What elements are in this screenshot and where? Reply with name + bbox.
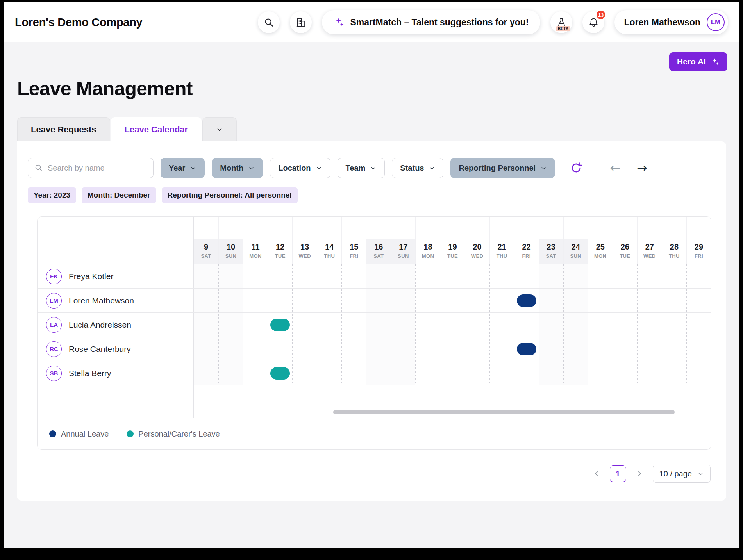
day-cell-28[interactable] (662, 361, 686, 385)
horizontal-scrollbar[interactable] (333, 410, 675, 414)
day-cell-27[interactable] (637, 313, 662, 337)
search-button[interactable] (258, 11, 280, 33)
day-cell-9[interactable] (194, 264, 218, 288)
day-cell-16[interactable] (366, 361, 391, 385)
day-cell-13[interactable] (292, 289, 317, 312)
day-cell-17[interactable] (391, 264, 415, 288)
day-cell-23[interactable] (539, 313, 563, 337)
day-cell-28[interactable] (662, 264, 686, 288)
day-cell-12[interactable] (268, 361, 292, 385)
day-cell-22[interactable] (514, 264, 539, 288)
day-cell-29[interactable] (686, 313, 711, 337)
day-cell-10[interactable] (218, 264, 243, 288)
day-cell-20[interactable] (465, 313, 489, 337)
filter-year[interactable]: Year (161, 158, 205, 178)
leave-pill-annual[interactable] (517, 294, 536, 307)
day-cell-10[interactable] (218, 313, 243, 337)
tab-more[interactable] (202, 117, 237, 141)
day-cell-18[interactable] (415, 313, 440, 337)
day-cell-18[interactable] (415, 289, 440, 312)
day-cell-13[interactable] (292, 337, 317, 361)
day-cell-12[interactable] (268, 289, 292, 312)
day-cell-29[interactable] (686, 289, 711, 312)
day-cell-14[interactable] (317, 337, 341, 361)
day-cell-10[interactable] (218, 289, 243, 312)
day-cell-27[interactable] (637, 289, 662, 312)
day-cell-21[interactable] (489, 264, 514, 288)
day-cell-19[interactable] (440, 337, 464, 361)
tab-leave-requests[interactable]: Leave Requests (17, 117, 110, 141)
day-cell-16[interactable] (366, 289, 391, 312)
filter-team[interactable]: Team (338, 158, 385, 178)
day-cell-20[interactable] (465, 264, 489, 288)
day-cell-22[interactable] (514, 337, 539, 361)
day-cell-13[interactable] (292, 264, 317, 288)
day-cell-17[interactable] (391, 337, 415, 361)
day-cell-11[interactable] (243, 361, 268, 385)
day-cell-17[interactable] (391, 289, 415, 312)
filter-reporting-personnel[interactable]: Reporting Personnel (450, 158, 555, 178)
day-cell-28[interactable] (662, 313, 686, 337)
day-cell-24[interactable] (563, 289, 588, 312)
day-cell-25[interactable] (588, 264, 613, 288)
day-cell-15[interactable] (341, 361, 366, 385)
day-cell-11[interactable] (243, 289, 268, 312)
day-cell-13[interactable] (292, 313, 317, 337)
tab-leave-calendar[interactable]: Leave Calendar (111, 117, 202, 141)
previous-page-button[interactable] (590, 469, 603, 478)
smartmatch-button[interactable]: SmartMatch – Talent suggestions for you! (322, 10, 540, 34)
organisation-button[interactable] (290, 11, 312, 33)
user-menu-button[interactable]: Loren Mathewson LM (614, 10, 728, 34)
day-cell-19[interactable] (440, 289, 464, 312)
day-cell-25[interactable] (588, 361, 613, 385)
day-cell-15[interactable] (341, 289, 366, 312)
day-cell-23[interactable] (539, 361, 563, 385)
day-cell-16[interactable] (366, 313, 391, 337)
day-cell-24[interactable] (563, 264, 588, 288)
day-cell-23[interactable] (539, 337, 563, 361)
day-cell-24[interactable] (563, 337, 588, 361)
day-cell-26[interactable] (613, 361, 637, 385)
day-cell-16[interactable] (366, 264, 391, 288)
day-cell-19[interactable] (440, 361, 464, 385)
day-cell-14[interactable] (317, 289, 341, 312)
day-cell-27[interactable] (637, 264, 662, 288)
hero-ai-button[interactable]: Hero AI (669, 52, 727, 71)
previous-period-button[interactable]: ← (607, 161, 623, 175)
day-cell-21[interactable] (489, 289, 514, 312)
day-cell-16[interactable] (366, 337, 391, 361)
day-cell-17[interactable] (391, 313, 415, 337)
day-cell-14[interactable] (317, 264, 341, 288)
day-cell-24[interactable] (563, 361, 588, 385)
day-cell-26[interactable] (613, 289, 637, 312)
day-cell-9[interactable] (194, 337, 218, 361)
day-cell-22[interactable] (514, 289, 539, 312)
day-cell-20[interactable] (465, 361, 489, 385)
filter-location[interactable]: Location (270, 158, 330, 178)
day-cell-24[interactable] (563, 313, 588, 337)
day-cell-9[interactable] (194, 361, 218, 385)
day-cell-25[interactable] (588, 313, 613, 337)
day-cell-9[interactable] (194, 289, 218, 312)
next-period-button[interactable]: → (634, 161, 650, 175)
filter-month[interactable]: Month (212, 158, 263, 178)
day-cell-11[interactable] (243, 264, 268, 288)
day-cell-13[interactable] (292, 361, 317, 385)
day-cell-20[interactable] (465, 337, 489, 361)
beta-labs-button[interactable]: BETA (550, 11, 572, 33)
day-cell-29[interactable] (686, 361, 711, 385)
leave-pill-personal[interactable] (270, 367, 290, 380)
day-cell-10[interactable] (218, 361, 243, 385)
leave-pill-annual[interactable] (517, 343, 536, 355)
day-cell-12[interactable] (268, 337, 292, 361)
day-cell-12[interactable] (268, 264, 292, 288)
day-cell-15[interactable] (341, 313, 366, 337)
day-cell-21[interactable] (489, 313, 514, 337)
day-cell-29[interactable] (686, 264, 711, 288)
day-cell-12[interactable] (268, 313, 292, 337)
day-cell-25[interactable] (588, 337, 613, 361)
page-size-select[interactable]: 10 / page (653, 465, 711, 483)
current-page-button[interactable]: 1 (610, 465, 626, 482)
day-cell-18[interactable] (415, 337, 440, 361)
day-cell-14[interactable] (317, 361, 341, 385)
